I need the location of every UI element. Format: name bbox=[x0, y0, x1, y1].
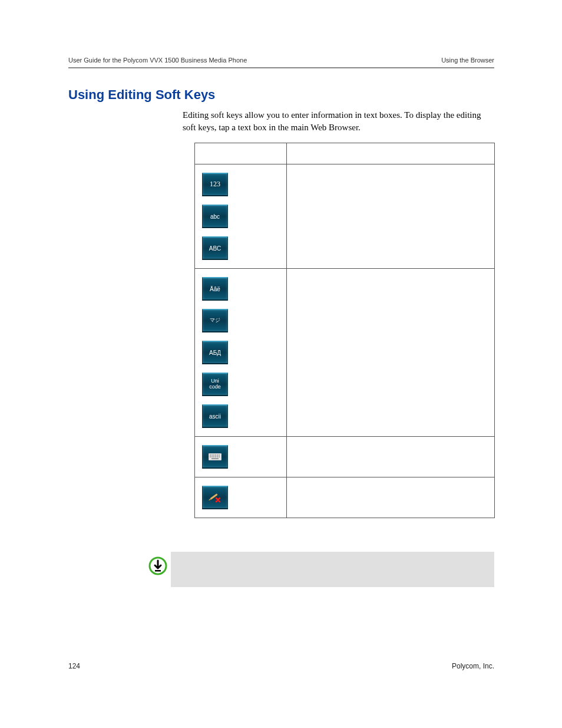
page: User Guide for the Polycom VVX 1500 Busi… bbox=[0, 0, 562, 728]
header-right: Using the Browser bbox=[441, 57, 494, 64]
softkey-cyrillic-label: АБД bbox=[209, 350, 221, 356]
softkey-katakana[interactable]: マジ bbox=[202, 309, 228, 332]
row-cancel-desc bbox=[287, 477, 495, 518]
svg-rect-12 bbox=[219, 456, 220, 457]
row-keyboard-key bbox=[195, 437, 495, 477]
softkey-upper-abc[interactable]: ABC bbox=[202, 236, 228, 260]
svg-rect-1 bbox=[210, 454, 211, 456]
row-mode-desc bbox=[287, 164, 495, 269]
softkey-latin-label: Äâë bbox=[210, 286, 220, 292]
softkey-cancel-edit[interactable] bbox=[202, 486, 228, 509]
svg-rect-2 bbox=[211, 454, 213, 456]
footer-company: Polycom, Inc. bbox=[452, 662, 494, 670]
softkey-cyrillic[interactable]: АБД bbox=[202, 341, 228, 364]
softkey-ascii-label: ascii bbox=[209, 413, 221, 420]
softkey-upper-abc-label: ABC bbox=[209, 245, 222, 252]
softkey-123[interactable]: 123 bbox=[202, 173, 228, 196]
page-number: 124 bbox=[68, 662, 80, 670]
softkey-latin[interactable]: Äâë bbox=[202, 277, 228, 301]
svg-rect-5 bbox=[217, 454, 218, 456]
softkey-unicode[interactable]: Unicode bbox=[202, 373, 228, 396]
svg-rect-3 bbox=[213, 454, 214, 456]
softkey-keyboard[interactable] bbox=[202, 445, 228, 469]
softkey-table: 123 abc ABC Äâë マジ АБД bbox=[194, 143, 495, 518]
svg-rect-11 bbox=[217, 456, 218, 457]
svg-rect-9 bbox=[213, 456, 214, 457]
softkey-katakana-label: マジ bbox=[210, 318, 220, 324]
section-heading: Using Editing Soft Keys bbox=[68, 87, 215, 103]
softkey-abc[interactable]: abc bbox=[202, 205, 228, 228]
row-lang-keys: Äâë マジ АБД Unicode ascii bbox=[195, 269, 495, 437]
svg-rect-6 bbox=[219, 454, 220, 456]
svg-rect-13 bbox=[211, 458, 219, 459]
row-keyboard-desc bbox=[287, 437, 495, 477]
header-rule bbox=[68, 67, 494, 68]
row-mode-keys: 123 abc ABC bbox=[195, 164, 495, 269]
note-box bbox=[171, 552, 494, 587]
softkey-unicode-label: Unicode bbox=[209, 378, 221, 390]
intro-paragraph: Editing soft keys allow you to enter inf… bbox=[183, 109, 495, 134]
keyboard-icon bbox=[209, 453, 222, 460]
row-cancel-key bbox=[195, 477, 495, 518]
svg-rect-7 bbox=[210, 456, 211, 457]
cancel-edit-icon bbox=[208, 491, 222, 504]
th-action bbox=[287, 143, 495, 164]
svg-rect-10 bbox=[215, 456, 216, 457]
page-header: User Guide for the Polycom VVX 1500 Busi… bbox=[68, 57, 494, 64]
th-softkey bbox=[195, 143, 287, 164]
header-left: User Guide for the Polycom VVX 1500 Busi… bbox=[68, 57, 247, 64]
svg-rect-4 bbox=[215, 454, 216, 456]
note-icon bbox=[148, 556, 167, 575]
row-lang-desc bbox=[287, 269, 495, 437]
svg-rect-8 bbox=[211, 456, 213, 457]
softkey-abc-label: abc bbox=[210, 213, 220, 220]
softkey-ascii[interactable]: ascii bbox=[202, 404, 228, 428]
svg-rect-17 bbox=[155, 570, 161, 572]
softkey-123-label: 123 bbox=[210, 180, 220, 188]
